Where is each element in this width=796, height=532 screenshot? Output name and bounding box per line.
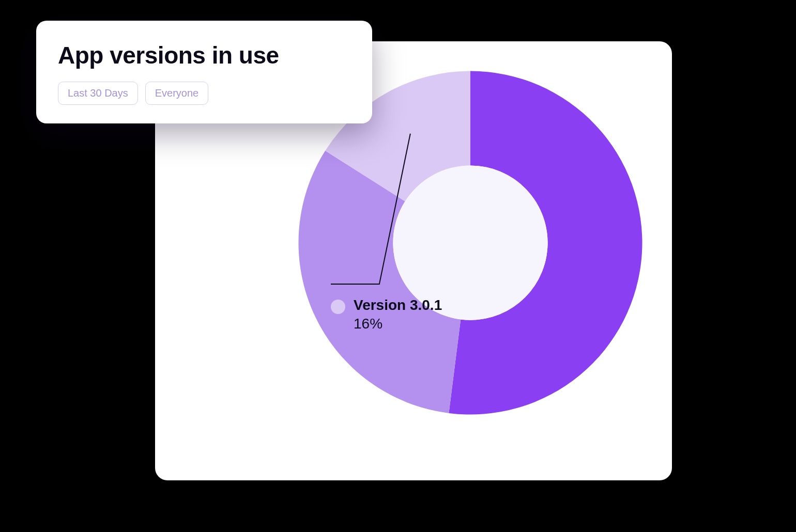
- filter-chips: Last 30 Days Everyone: [58, 82, 350, 105]
- header-card: App versions in use Last 30 Days Everyon…: [36, 21, 372, 123]
- callout-swatch: [331, 300, 345, 314]
- filter-time-range[interactable]: Last 30 Days: [58, 82, 138, 105]
- callout-label: Version 3.0.1: [354, 296, 442, 314]
- page-title: App versions in use: [58, 41, 350, 69]
- callout-percent: 16%: [354, 315, 442, 333]
- filter-audience[interactable]: Everyone: [145, 82, 209, 105]
- chart-callout: Version 3.0.1 16%: [331, 296, 442, 332]
